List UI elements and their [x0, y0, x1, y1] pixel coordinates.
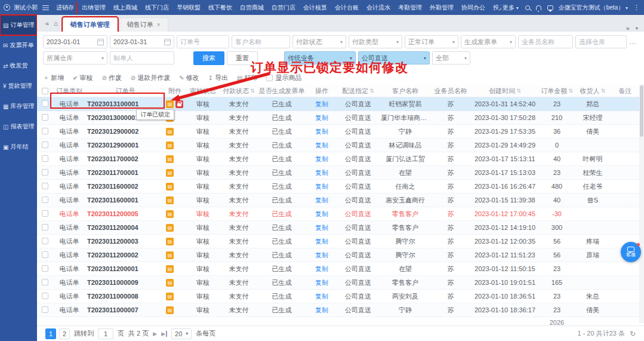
table-row-8[interactable]: 电话单T2023011600001▤审核未支付已生成复制公司直送惠安玉鑫商行苏2… [37, 193, 639, 207]
column-header-10[interactable]: 客户名称 [380, 87, 431, 96]
nav-item-9[interactable]: 会计核算 [302, 2, 328, 14]
toolbar-button-1[interactable]: ＋新增 [43, 73, 64, 82]
table-row-10[interactable]: 电话单T2023011200004▤审核未支付已生成复制公司直送零售客户苏202… [37, 221, 639, 235]
row-checkbox[interactable] [42, 114, 48, 121]
nav-item-7[interactable]: 自营商城 [239, 2, 265, 14]
checkbox-icon[interactable] [266, 75, 273, 81]
table-row-14[interactable]: 电话单T2023011000009▤审核未支付已生成复制公司直送零售客户苏202… [37, 276, 639, 290]
collapse-sidebar-icon[interactable]: « [45, 20, 49, 27]
attachment-badge-icon[interactable]: ▤ [166, 142, 174, 149]
sort-icon[interactable]: ⇅ [601, 88, 606, 94]
copy-link[interactable]: 复制 [315, 238, 328, 245]
attachment-badge-icon[interactable]: ▤ [166, 306, 174, 314]
nav-item-8[interactable]: 自营门店 [270, 2, 297, 14]
row-checkbox[interactable] [42, 306, 48, 313]
home-icon[interactable]: ⌂ [54, 20, 58, 27]
table-row-4[interactable]: 电话单T2023012900001▤审核未支付已生成复制公司直送林记调味品苏20… [37, 139, 639, 152]
salesman-input[interactable] [518, 35, 573, 48]
row-checkbox[interactable] [42, 169, 48, 176]
attachment-badge-icon[interactable]: ▤ [166, 224, 174, 232]
attachment-badge-icon[interactable]: ▤ [166, 265, 174, 273]
nav-item-6[interactable]: 线下餐饮 [207, 2, 233, 14]
jump-page-input[interactable] [98, 328, 113, 339]
nav-item-1[interactable]: 进销存 [55, 2, 75, 14]
nav-item-11[interactable]: 会计流水 [365, 2, 392, 14]
nav-item-13[interactable]: 外勤管理 [429, 2, 455, 14]
invoice-generated-select[interactable]: 生成发票单▾ [461, 35, 516, 48]
sidebar-item-2[interactable]: ✉发票开单 [0, 35, 37, 56]
column-header-5[interactable]: 审核状态 [185, 87, 221, 96]
row-checkbox[interactable] [42, 293, 48, 299]
refresh-icon[interactable]: ↻ [630, 330, 636, 338]
nav-item-12[interactable]: 考勤管理 [397, 2, 423, 14]
copy-link[interactable]: 复制 [315, 128, 328, 135]
row-checkbox[interactable] [42, 142, 48, 148]
lock-badge-icon[interactable] [175, 100, 183, 108]
calendar-icon[interactable] [164, 39, 171, 45]
message-icon[interactable] [547, 5, 553, 10]
row-checkbox[interactable] [42, 196, 48, 203]
attachment-badge-icon[interactable]: ▤ [166, 293, 174, 300]
row-checkbox[interactable] [42, 183, 48, 189]
table-row-11[interactable]: 电话单T2023011200003▤审核未支付已生成复制公司直送腾守尔苏2023… [37, 235, 639, 248]
row-checkbox[interactable] [42, 279, 48, 285]
copy-link[interactable]: 复制 [315, 169, 328, 176]
nav-item-14[interactable]: 协同办公 [460, 2, 486, 14]
attachment-badge-icon[interactable]: ▤ [166, 279, 174, 287]
copy-link[interactable]: 复制 [315, 210, 328, 217]
attachment-badge-icon[interactable]: ▤ [166, 238, 174, 245]
table-row-2[interactable]: 电话单T2023013000001▤审核未支付已生成复制公司直送厦门华丰瑞商贸…… [37, 111, 639, 125]
column-header-12[interactable]: 创建时间⇅ [470, 87, 540, 96]
hamburger-menu-icon[interactable] [42, 5, 49, 11]
table-row-12[interactable]: 电话单T2023011200002▤审核未支付已生成复制公司直送腾守尔苏2023… [37, 248, 639, 262]
attachment-badge-icon[interactable]: ▤ [166, 100, 174, 108]
column-header-9[interactable]: 配送指定⇅ [337, 87, 380, 96]
order-maker-input[interactable] [110, 51, 174, 64]
customer-name-input[interactable] [232, 35, 290, 48]
column-header-14[interactable]: 收货人⇅ [574, 87, 611, 96]
row-checkbox[interactable] [42, 238, 48, 244]
copy-link[interactable]: 复制 [315, 155, 328, 162]
attachment-badge-icon[interactable]: ▤ [166, 169, 174, 177]
page-button-1[interactable]: 1 [45, 328, 56, 339]
tabs-overflow-icon[interactable]: » [626, 24, 630, 32]
sidebar-item-3[interactable]: ⇄收发货 [0, 56, 37, 76]
attachment-badge-icon[interactable]: ▤ [166, 196, 174, 204]
show-goods-toggle[interactable]: 显示商品 [266, 73, 301, 82]
select-all-checkbox[interactable] [42, 88, 48, 94]
nav-item-10[interactable]: 会计台账 [334, 2, 360, 14]
attachment-badge-icon[interactable]: ▤ [166, 183, 174, 191]
bell-icon[interactable] [536, 5, 541, 10]
nav-item-4[interactable]: 线下门店 [144, 2, 170, 14]
warehouse-input[interactable] [575, 35, 627, 48]
sidebar-item-4[interactable]: ¥货款管理 [0, 76, 37, 96]
column-header-6[interactable]: 付款状态⇅ [221, 87, 257, 96]
sort-icon[interactable]: ⇅ [516, 88, 521, 94]
nav-item-more[interactable]: 更多 ▾ [501, 2, 520, 14]
table-row-6[interactable]: 电话单T2023011700001▤审核未支付已生成复制公司直送在望苏2023-… [37, 166, 639, 180]
next-page-icon[interactable]: ▶ [153, 331, 157, 337]
delivery-mode-select[interactable]: 公司直送▾ [358, 51, 430, 64]
nav-item-2[interactable]: 出纳管理 [81, 2, 107, 14]
toolbar-button-7[interactable]: ▤打印 [237, 73, 257, 82]
column-header-7[interactable]: 是否生成发票单 [257, 87, 307, 96]
company-switcher[interactable]: 企微宝官方测试（beta） ▾ [559, 4, 628, 12]
pay-status-select[interactable]: 付款状态▾ [292, 35, 346, 48]
row-checkbox[interactable] [42, 128, 48, 134]
business-mode-select[interactable]: 传统业务▾ [284, 51, 356, 64]
all-filter-select[interactable]: 全部▾ [432, 51, 470, 64]
copy-link[interactable]: 复制 [315, 224, 328, 231]
copy-link[interactable]: 复制 [315, 100, 328, 107]
tab-1[interactable]: 销售订单管理 [63, 17, 118, 32]
warehouse-select[interactable]: 所属仓库▾ [43, 51, 107, 64]
customer-service-button[interactable]: 客服 [621, 242, 641, 262]
sort-icon[interactable]: ⇅ [250, 88, 255, 94]
row-checkbox[interactable] [42, 251, 48, 258]
attachment-badge-icon[interactable]: ▤ [166, 210, 174, 218]
table-row-15[interactable]: 电话单T2023011000008▤审核未支付已生成复制公司直送两安刘及苏202… [37, 290, 639, 303]
sidebar-item-5[interactable]: ▦库存管理 [0, 96, 37, 116]
column-header-15[interactable]: 备注 [611, 87, 639, 96]
copy-link[interactable]: 复制 [315, 251, 328, 259]
copy-link[interactable]: 复制 [315, 196, 328, 204]
toolbar-button-2[interactable]: ✔审核 [73, 73, 93, 82]
